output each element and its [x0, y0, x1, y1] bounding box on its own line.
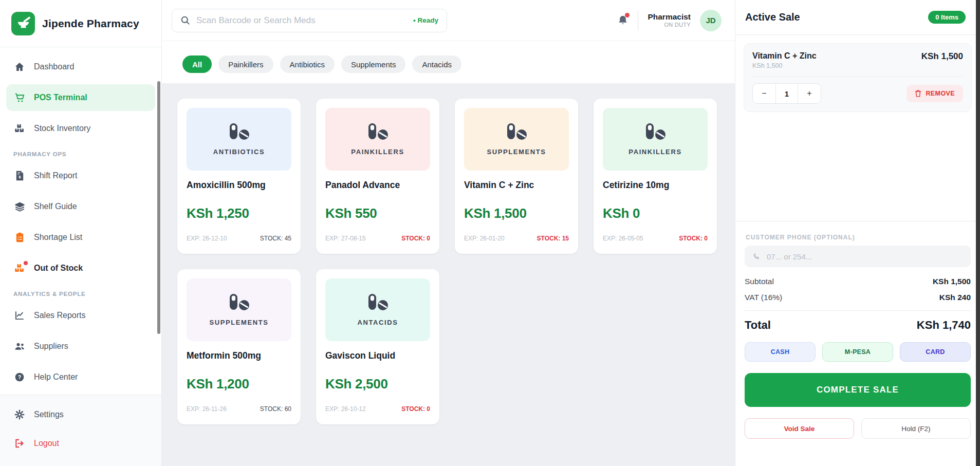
- clipboard-list-icon: [13, 232, 26, 243]
- complete-sale-button[interactable]: COMPLETE SALE: [745, 373, 971, 407]
- product-name: Panadol Advance: [325, 180, 430, 191]
- product-category: PAINKILLERS: [351, 148, 404, 156]
- product-card[interactable]: PAINKILLERS Cetirizine 10mg KSh 0 EXP: 2…: [594, 99, 717, 254]
- product-expiry: EXP: 27-08-15: [325, 235, 366, 242]
- chart-line-icon: [13, 310, 26, 321]
- sidebar-item-out-of-stock[interactable]: Out of Stock: [6, 255, 155, 282]
- search-input[interactable]: [196, 15, 407, 26]
- sidebar-scrollbar[interactable]: [157, 81, 160, 334]
- customer-phone-input[interactable]: [767, 252, 963, 261]
- product-category: SUPPLEMENTS: [487, 148, 546, 156]
- svg-text:$: $: [19, 175, 21, 179]
- sidebar-item-help-center[interactable]: ? Help Center: [6, 364, 155, 390]
- sidebar-item-logout[interactable]: Logout: [6, 430, 155, 457]
- boxes-icon: [13, 123, 26, 134]
- product-card[interactable]: SUPPLEMENTS Vitamin C + Zinc KSh 1,500 E…: [455, 99, 578, 254]
- product-price: KSh 550: [325, 206, 430, 221]
- pos-app: Jipende Pharmacy Dashboard POS Terminal …: [0, 0, 980, 466]
- alert-dot: [24, 261, 28, 265]
- divider: [638, 11, 638, 30]
- sidebar-item-settings[interactable]: Settings: [6, 401, 155, 428]
- section-label-pharmacy-ops: PHARMACY OPS: [6, 146, 155, 162]
- payment-card-button[interactable]: CARD: [900, 342, 971, 362]
- sidebar-item-shift-report[interactable]: $ Shift Report: [6, 162, 155, 189]
- section-label-analytics: ANALYTICS & PEOPLE: [6, 286, 155, 302]
- pills-icon: [366, 123, 390, 141]
- product-price: KSh 1,200: [187, 376, 291, 392]
- sidebar-item-label: Shortage List: [34, 233, 82, 242]
- filter-chip-supplements[interactable]: Supplements: [341, 55, 406, 73]
- payment-cash-button[interactable]: CASH: [745, 342, 816, 362]
- sidebar-item-stock-inventory[interactable]: Stock Inventory: [6, 115, 155, 142]
- user-name: Pharmacist: [648, 12, 691, 22]
- sidebar-item-pos-terminal[interactable]: POS Terminal: [6, 84, 155, 111]
- sidebar-item-dashboard[interactable]: Dashboard: [6, 53, 155, 80]
- vat-label: VAT (16%): [745, 293, 782, 302]
- filter-chip-all[interactable]: All: [182, 55, 212, 73]
- product-card[interactable]: PAINKILLERS Panadol Advance KSh 550 EXP:…: [316, 99, 439, 254]
- main-area: • Ready Pharmacist ON DUTY JD All Painki…: [162, 0, 735, 466]
- filter-chip-painkillers[interactable]: Painkillers: [218, 55, 273, 73]
- product-expiry: EXP: 26-01-20: [464, 235, 505, 242]
- product-grid-area: ANTIBIOTICS Amoxicillin 500mg KSh 1,250 …: [162, 83, 735, 466]
- subtotal-value: KSh 1,500: [933, 277, 971, 286]
- avatar[interactable]: JD: [700, 10, 722, 31]
- product-card[interactable]: ANTACIDS Gaviscon Liquid KSh 2,500 EXP: …: [316, 269, 439, 424]
- product-name: Amoxicillin 500mg: [187, 180, 291, 191]
- product-category: ANTIBIOTICS: [213, 148, 265, 156]
- sidebar-item-shelf-guide[interactable]: Shelf Guide: [6, 193, 155, 220]
- cart-summary: CUSTOMER PHONE (OPTIONAL) Subtotal KSh 1…: [735, 221, 980, 466]
- sidebar-item-shortage-list[interactable]: Shortage List: [6, 224, 155, 251]
- qty-increase-button[interactable]: +: [798, 84, 821, 103]
- bell-icon[interactable]: [617, 14, 628, 26]
- sidebar-item-label: Out of Stock: [34, 264, 83, 273]
- logout-icon: [13, 438, 26, 449]
- sidebar-item-sales-reports[interactable]: Sales Reports: [6, 302, 155, 329]
- customer-phone-field: [745, 246, 971, 267]
- pills-icon: [366, 293, 390, 312]
- pills-icon: [227, 293, 251, 312]
- pills-icon: [643, 123, 667, 141]
- product-name: Gaviscon Liquid: [325, 350, 430, 361]
- sidebar-item-label: Shelf Guide: [34, 202, 77, 211]
- gear-icon: [13, 409, 26, 420]
- product-expiry: EXP: 26-11-26: [187, 405, 227, 413]
- product-card[interactable]: SUPPLEMENTS Metformin 500mg KSh 1,200 EX…: [177, 269, 301, 424]
- product-category: PAINKILLERS: [628, 148, 681, 156]
- product-tile: SUPPLEMENTS: [464, 108, 569, 171]
- remove-item-button[interactable]: REMOVE: [907, 85, 963, 102]
- brand: Jipende Pharmacy: [0, 0, 161, 47]
- filter-chip-antacids[interactable]: Antacids: [412, 55, 461, 73]
- payment-mpesa-button[interactable]: M-PESA: [822, 342, 893, 362]
- total-value: KSh 1,740: [917, 319, 971, 332]
- subtotal-label: Subtotal: [745, 277, 774, 286]
- question-circle-icon: ?: [13, 372, 26, 382]
- items-count-badge: 0 Items: [928, 11, 966, 24]
- product-card[interactable]: ANTIBIOTICS Amoxicillin 500mg KSh 1,250 …: [177, 99, 301, 254]
- void-sale-button[interactable]: Void Sale: [745, 418, 854, 439]
- product-price: KSh 2,500: [325, 376, 430, 392]
- sidebar-item-suppliers[interactable]: Suppliers: [6, 333, 155, 360]
- sidebar-item-label: Help Center: [34, 372, 78, 382]
- vat-value: KSh 240: [939, 293, 971, 302]
- product-price: KSh 0: [603, 206, 708, 221]
- hold-sale-button[interactable]: Hold (F2): [861, 418, 971, 439]
- product-expiry: EXP: 26-10-12: [325, 405, 366, 413]
- qty-value: 1: [775, 84, 798, 103]
- sidebar-item-label: Suppliers: [34, 342, 68, 351]
- users-icon: [13, 341, 26, 351]
- quantity-stepper: − 1 +: [752, 83, 821, 104]
- product-grid: ANTIBIOTICS Amoxicillin 500mg KSh 1,250 …: [177, 99, 719, 424]
- topbar-right: Pharmacist ON DUTY JD: [617, 10, 722, 31]
- page-scrollbar[interactable]: [976, 0, 980, 466]
- qty-decrease-button[interactable]: −: [753, 84, 775, 103]
- cart-list: Vitamin C + Zinc KSh 1,500 KSh 1,500 − 1…: [735, 35, 980, 221]
- filter-chip-antibiotics[interactable]: Antibiotics: [280, 55, 335, 73]
- brand-title: Jipende Pharmacy: [42, 17, 139, 30]
- product-price: KSh 1,250: [187, 206, 291, 221]
- product-name: Metformin 500mg: [187, 350, 291, 361]
- svg-text:?: ?: [18, 374, 22, 380]
- divider: [752, 76, 963, 77]
- category-filters: All Painkillers Antibiotics Supplements …: [162, 41, 735, 83]
- sidebar-item-label: POS Terminal: [34, 93, 87, 102]
